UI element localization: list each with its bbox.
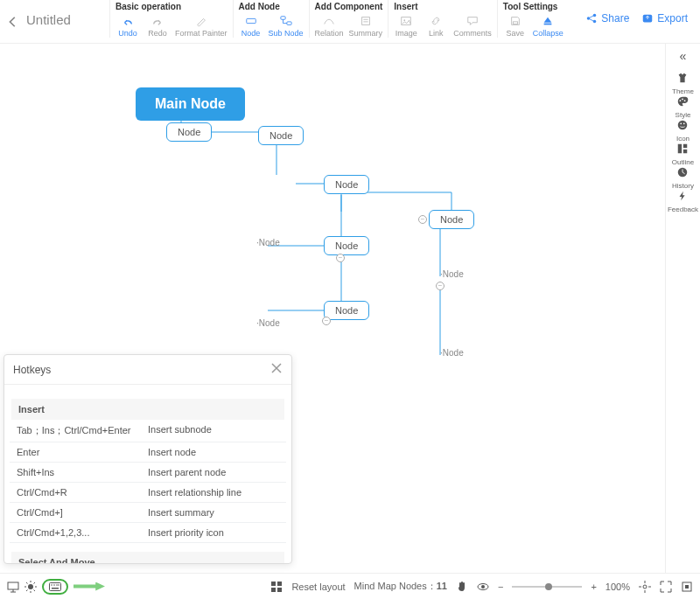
hotkeys-key: Ctrl/Cmd+1,2,3... — [17, 527, 148, 538]
share-label: Share — [601, 12, 629, 24]
tool-group-title: Insert — [394, 2, 492, 11]
share-button[interactable]: Share — [585, 12, 629, 24]
svg-point-16 — [681, 122, 682, 124]
mindmap-node-plain[interactable]: ·Node — [440, 348, 464, 358]
tool-group-title: Basic operation — [116, 2, 228, 11]
svg-rect-20 — [683, 150, 687, 153]
add-node-button[interactable]: Node — [239, 15, 263, 38]
icon-panel[interactable]: Icon — [668, 119, 698, 143]
feedback-panel[interactable]: Feedback — [668, 190, 698, 213]
svg-point-5 — [404, 19, 406, 21]
center-icon[interactable] — [639, 581, 651, 593]
svg-rect-6 — [513, 22, 517, 24]
svg-point-28 — [56, 584, 58, 586]
eye-icon[interactable] — [477, 581, 489, 593]
collapse-toggle[interactable]: − — [322, 317, 331, 325]
collapse-icon — [541, 15, 555, 27]
hotkeys-row: EnterInsert node — [10, 442, 286, 463]
svg-point-29 — [58, 584, 60, 586]
keyboard-button[interactable] — [42, 579, 68, 595]
zoom-slider[interactable] — [512, 586, 582, 588]
fullscreen-icon[interactable] — [660, 581, 672, 593]
brightness-icon[interactable] — [24, 581, 37, 593]
shirt-icon — [676, 72, 689, 86]
side-collapse-button[interactable]: « — [680, 49, 687, 63]
svg-point-9 — [593, 14, 597, 17]
tool-group-title: Add Node — [239, 2, 304, 11]
add-subnode-button[interactable]: Sub Node — [269, 15, 304, 38]
insert-link-button[interactable]: Link — [424, 15, 448, 38]
hotkeys-row: Ctrl/Cmd+1,2,3...Insert priority icon — [10, 523, 286, 543]
format-painter-button[interactable]: Format Painter — [175, 15, 228, 38]
mindmap-node[interactable]: Node — [324, 236, 369, 255]
presentation-icon[interactable] — [7, 581, 19, 593]
mindmap-node[interactable]: Node — [324, 301, 369, 320]
document-title[interactable]: Untitled — [26, 0, 109, 27]
hotkeys-desc: Insert relationship line — [148, 487, 279, 498]
svg-point-23 — [28, 584, 33, 589]
hotkeys-key: Ctrl/Cmd+] — [17, 507, 148, 518]
hand-icon[interactable] — [456, 581, 468, 593]
hotkeys-row: Shift+InsInsert parent node — [10, 463, 286, 483]
subnode-icon — [279, 15, 293, 27]
back-button[interactable] — [0, 0, 26, 44]
collapse-toggle[interactable]: − — [436, 282, 444, 290]
mindmap-node-plain[interactable]: ·Node — [440, 269, 464, 279]
svg-rect-22 — [8, 582, 18, 589]
svg-rect-24 — [50, 582, 61, 590]
main-node[interactable]: Main Node — [136, 87, 245, 121]
svg-point-36 — [643, 585, 647, 589]
svg-point-27 — [53, 584, 55, 586]
collapse-toggle[interactable]: − — [336, 254, 345, 262]
mindmap-node-plain[interactable]: ·Node — [256, 318, 280, 328]
add-relation-button[interactable]: Relation — [315, 15, 344, 38]
svg-point-35 — [481, 585, 485, 589]
layout-grid-icon[interactable] — [270, 581, 283, 593]
tool-group: Add ComponentRelationSummary — [309, 0, 388, 38]
zoom-in-button[interactable]: + — [591, 582, 596, 592]
side-item-label: Outline — [672, 158, 694, 166]
history-panel[interactable]: History — [668, 166, 698, 190]
svg-point-13 — [682, 99, 684, 101]
insert-comments-button[interactable]: Comments — [453, 15, 492, 38]
redo-button[interactable]: Redo — [145, 15, 170, 38]
svg-point-26 — [51, 584, 52, 586]
side-panel: « ThemeStyleIconOutlineHistoryFeedback — [665, 44, 700, 573]
keyboard-icon — [49, 581, 61, 593]
insert-image-button[interactable]: Image — [394, 15, 418, 38]
mindmap-node[interactable]: Node — [429, 210, 474, 229]
hotkeys-panel: Hotkeys InsertTab；Ins；Ctrl/Cmd+EnterInse… — [4, 354, 292, 564]
theme-panel[interactable]: Theme — [668, 72, 698, 95]
style-panel[interactable]: Style — [668, 95, 698, 119]
collapse-toggle[interactable]: − — [418, 215, 427, 224]
header-actions: Share Export — [585, 0, 700, 24]
save-button[interactable]: Save — [503, 15, 528, 38]
mindmap-node[interactable]: Node — [166, 122, 212, 142]
svg-rect-18 — [678, 144, 682, 154]
bolt-icon — [676, 190, 689, 204]
hotkeys-close-button[interactable] — [270, 362, 283, 377]
mindmap-node-plain[interactable]: ·Node — [256, 238, 280, 247]
reset-layout-button[interactable]: Reset layout — [291, 582, 345, 592]
tool-group: Tool SettingsSaveCollapse — [497, 0, 569, 38]
hotkeys-row: Ctrl/Cmd+RInsert relationship line — [10, 483, 286, 503]
fit-icon[interactable] — [681, 581, 693, 593]
export-button[interactable]: Export — [641, 12, 688, 24]
svg-rect-7 — [544, 24, 552, 25]
svg-rect-0 — [246, 18, 256, 23]
undo-button[interactable]: Undo — [116, 15, 140, 38]
hotkeys-key: Shift+Ins — [17, 467, 148, 477]
collapse-button[interactable]: Collapse — [533, 15, 564, 38]
undo-icon — [121, 15, 135, 27]
outline-panel[interactable]: Outline — [668, 143, 698, 166]
side-item-label: History — [672, 182, 694, 190]
hotkeys-row: Ctrl/Cmd+]Insert summary — [10, 503, 286, 523]
tool-item-label: Relation — [315, 29, 344, 38]
add-summary-button[interactable]: Summary — [349, 15, 383, 38]
tool-group: Add NodeNodeSub Node — [233, 0, 309, 38]
zoom-out-button[interactable]: − — [498, 582, 503, 592]
hotkeys-key: Enter — [17, 447, 148, 457]
mindmap-node[interactable]: Node — [258, 126, 304, 145]
mindmap-node[interactable]: Node — [324, 175, 369, 194]
svg-rect-32 — [271, 588, 276, 592]
